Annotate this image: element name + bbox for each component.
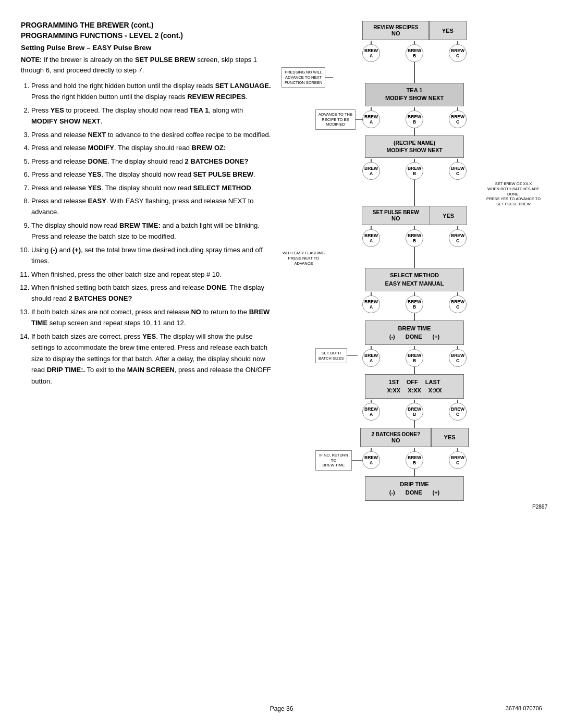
brew-time-box: BREW TIME (-) DONE (+) — [365, 320, 464, 345]
step-6: Press and release YES. The display shoul… — [31, 169, 271, 180]
brew-circle-a6: BREWA — [362, 349, 380, 367]
brew-circle-a4: BREWA — [362, 229, 380, 247]
brew-circle-b6: BREWB — [406, 349, 423, 367]
brew-circle-a2: BREWA — [362, 110, 380, 128]
brew-circle-c7: BREWC — [449, 403, 467, 421]
brew-circle-b8: BREWB — [406, 451, 423, 469]
brew-circle-c3: BREWC — [449, 162, 467, 180]
step-2: Press YES to proceed. The display should… — [31, 105, 271, 127]
two-batches-box: 2 BATCHES DONE? NO YES — [360, 428, 468, 447]
step-7: Press and release YES. The display shoul… — [31, 182, 271, 193]
sub-title: PROGRAMMING FUNCTIONS - LEVEL 2 (cont.) — [21, 31, 271, 40]
brew-circle-c1: BREWC — [449, 44, 467, 62]
set-brew-oz-note: SET BREW OZ XX.XWHEN BOTH BATCHES ARE DO… — [480, 180, 547, 208]
drip-time-box: DRIP TIME (-) DONE (+) — [365, 476, 464, 501]
brew-row-7: BREWA BREWB BREWC — [362, 400, 467, 421]
left-column: PROGRAMMING THE BREWER (cont.) PROGRAMMI… — [21, 21, 271, 698]
brew-row-1: BREWA BREWB BREWC — [362, 41, 467, 62]
brew-circle-a3: BREWA — [362, 162, 380, 180]
brew-circle-a7: BREWA — [362, 403, 380, 421]
brew-circle-a8: BREWA — [362, 451, 380, 469]
review-recipes-label: REVIEW RECIPES NO — [363, 21, 429, 40]
flowchart: REVIEW RECIPES NO YES BREWA — [282, 21, 547, 698]
advance-recipe-note: ADVANCE TO THERECIPE TO BEMODIFIED — [315, 109, 356, 130]
step-9: The display should now read BREW TIME: a… — [31, 220, 271, 242]
step-12: When finished setting both batch sizes, … — [31, 282, 271, 304]
set-both-note: SET BOTHBATCH SIZES — [315, 348, 347, 364]
pressing-no-row: PRESSING NO WILLADVANCE TO NEXTFUNCTION … — [282, 62, 547, 83]
part-number: P2867 — [532, 504, 547, 510]
flow-wrapper: REVIEW RECIPES NO YES BREWA — [282, 21, 547, 510]
tea1-box: TEA 1 MODIFY SHOW NEXT — [365, 83, 464, 106]
brew-circle-b2: BREWB — [406, 110, 423, 128]
page-number: Page 36 — [194, 705, 368, 712]
recipe-name-box: (RECIPE NAME) MODIFY SHOW NEXT — [365, 135, 464, 158]
step-13: If both batch sizes are not correct, pre… — [31, 306, 271, 329]
brew-row-3: BREWA BREWB BREWC — [362, 159, 467, 180]
brew-circle-c8: BREWC — [449, 451, 467, 469]
note-text: NOTE: If the brewer is already on the SE… — [21, 55, 271, 75]
if-no-note: IF NO, RETURN TOBREW TIME — [315, 450, 352, 471]
step-3: Press and release NEXT to advance to the… — [31, 129, 271, 140]
brew-circle-c4: BREWC — [449, 229, 467, 247]
page-footer: Page 36 36748 070706 — [0, 705, 563, 712]
note-label: NOTE: — [21, 56, 42, 64]
brew-circle-b4: BREWB — [406, 229, 423, 247]
brew-circle-b7: BREWB — [406, 403, 423, 421]
brew-circle-c6: BREWC — [449, 349, 467, 367]
brew-circle-b5: BREWB — [406, 295, 423, 313]
review-recipes-box: REVIEW RECIPES NO YES — [362, 21, 467, 40]
brew-circle-a1: BREWA — [362, 44, 380, 62]
easy-flashing-note: WITH EASY FLASHINGPRESS NEXT TOADVANCE — [282, 250, 326, 267]
brew-circle-c5: BREWC — [449, 295, 467, 313]
brew-row-8: IF NO, RETURN TOBREW TIME BREWA BREWB BR… — [362, 448, 467, 469]
step-11: When finished, press the other batch siz… — [31, 269, 271, 280]
select-method-box: SELECT METHOD EASY NEXT MANUAL — [365, 268, 464, 291]
steps-list: Press and hold the right hidden button u… — [31, 80, 271, 387]
brew-circle-b3: BREWB — [406, 162, 423, 180]
step-14: If both batch sizes are correct, press Y… — [31, 331, 271, 387]
step-5: Press and release DONE. The display shou… — [31, 156, 271, 167]
step-4: Press and release MODIFY. The display sh… — [31, 142, 271, 153]
brew-row-4: BREWA BREWB BREWC — [362, 226, 467, 247]
brew-row-6: SET BOTHBATCH SIZES BREWA BREWB BREWC — [362, 346, 467, 367]
brew-row-2: ADVANCE TO THERECIPE TO BEMODIFIED BREWA… — [362, 107, 467, 128]
timing-box: 1ST OFF LAST X:XX X:XX X:XX — [365, 374, 464, 399]
brew-circle-b1: BREWB — [406, 44, 423, 62]
step-8: Press and release EASY. With EASY flashi… — [31, 195, 271, 218]
brew-row-5: BREWA BREWB BREWC — [362, 292, 467, 313]
brew-circle-c2: BREWC — [449, 110, 467, 128]
main-title: PROGRAMMING THE BREWER (cont.) — [21, 21, 271, 29]
step-1: Press and hold the right hidden button u… — [31, 80, 271, 103]
set-pulse-brew-box: SET PULSE BREW NO YES — [362, 206, 467, 225]
brew-circle-a5: BREWA — [362, 295, 380, 313]
note-bold1: SET PULSE BREW — [135, 56, 195, 64]
step-10: Using (-) and (+), set the total brew ti… — [31, 244, 271, 267]
pressing-no-note: PRESSING NO WILLADVANCE TO NEXTFUNCTION … — [282, 67, 325, 88]
doc-number: 36748 070706 — [369, 705, 542, 712]
section-heading: Setting Pulse Brew – EASY Pulse Brew — [21, 44, 271, 52]
